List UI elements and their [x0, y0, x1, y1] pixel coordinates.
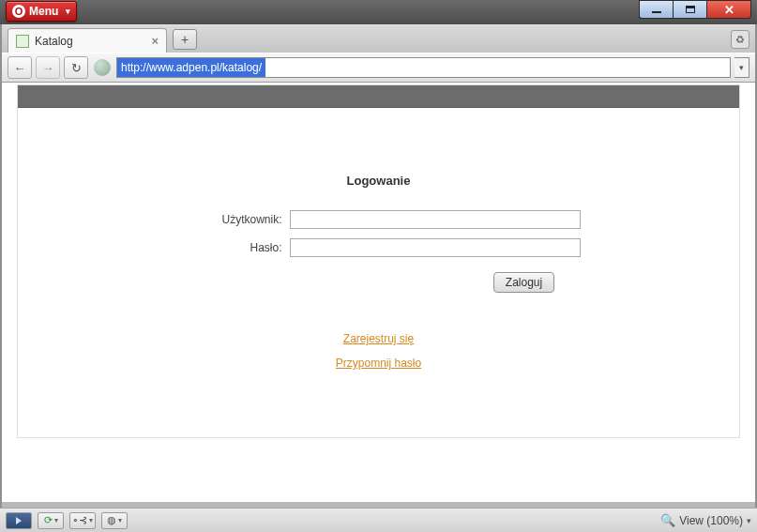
tab-katalog[interactable]: Katalog × — [8, 28, 167, 53]
window-titlebar: O Menu ▾ ✕ — [0, 0, 757, 24]
play-icon — [16, 517, 22, 524]
username-row: Użytkownik: — [18, 210, 739, 229]
password-label: Hasło: — [177, 241, 290, 254]
page-container: Logowanie Użytkownik: Hasło: Zaloguj Zar… — [17, 84, 740, 438]
sync-button[interactable]: ⟳▾ — [38, 512, 64, 529]
chevron-down-icon: ▾ — [89, 516, 93, 524]
share-icon: ∘⊰ — [72, 514, 87, 526]
plus-icon: + — [181, 32, 189, 47]
sync-icon: ⟳ — [44, 514, 53, 526]
login-form: Logowanie Użytkownik: Hasło: Zaloguj Zar… — [18, 108, 739, 437]
tab-strip: Katalog × + ♻ — [0, 24, 757, 53]
panel-toggle-button[interactable] — [6, 512, 32, 529]
chevron-down-icon: ▾ — [118, 516, 122, 524]
address-input[interactable]: http://www.adpen.pl/katalog/ — [116, 57, 731, 78]
page-viewport: Logowanie Użytkownik: Hasło: Zaloguj Zar… — [2, 83, 755, 502]
address-dropdown-button[interactable]: ▾ — [734, 57, 749, 78]
opera-menu-button[interactable]: O Menu ▾ — [6, 1, 77, 22]
arrow-left-icon: ← — [14, 61, 26, 75]
new-tab-button[interactable]: + — [173, 29, 197, 50]
magnifier-icon: 🔍 — [660, 513, 675, 527]
submit-row: Zaloguj — [18, 272, 739, 293]
extensions-button[interactable]: ◍▾ — [101, 512, 128, 529]
password-row: Hasło: — [18, 238, 739, 257]
password-input[interactable] — [290, 238, 581, 257]
zoom-label: View (100%) — [679, 514, 743, 527]
opera-logo-icon: O — [12, 5, 25, 18]
closed-tabs-button[interactable]: ♻ — [731, 30, 749, 49]
login-heading: Logowanie — [18, 174, 739, 188]
window-maximize-button[interactable] — [673, 0, 706, 19]
login-button[interactable]: Zaloguj — [493, 272, 554, 293]
site-identity-icon[interactable] — [92, 56, 113, 79]
username-label: Użytkownik: — [177, 213, 290, 226]
favicon-icon — [16, 35, 29, 48]
window-controls: ✕ — [639, 0, 751, 19]
globe-small-icon: ◍ — [107, 514, 116, 526]
recycle-icon: ♻ — [735, 34, 745, 46]
chevron-down-icon: ▾ — [747, 516, 751, 525]
back-button[interactable]: ← — [8, 56, 32, 79]
address-toolbar: ← → ↻ http://www.adpen.pl/katalog/ ▾ — [0, 53, 757, 83]
window-close-button[interactable]: ✕ — [706, 0, 751, 19]
chevron-down-icon: ▾ — [66, 7, 70, 16]
share-button[interactable]: ∘⊰▾ — [69, 512, 96, 529]
reload-icon: ↻ — [71, 61, 82, 75]
forward-button[interactable]: → — [36, 56, 60, 79]
chevron-down-icon: ▾ — [739, 63, 744, 72]
globe-icon — [94, 59, 111, 76]
status-bar: ⟳▾ ∘⊰▾ ◍▾ 🔍 View (100%) ▾ — [0, 508, 757, 532]
tab-label: Katalog — [35, 35, 73, 48]
menu-label: Menu — [29, 5, 58, 18]
zoom-control[interactable]: 🔍 View (100%) ▾ — [660, 513, 751, 527]
auth-links: Zarejestruj się Przypomnij hasło — [18, 332, 739, 370]
register-link[interactable]: Zarejestruj się — [18, 332, 739, 345]
reload-button[interactable]: ↻ — [64, 56, 88, 79]
remind-password-link[interactable]: Przypomnij hasło — [18, 357, 739, 370]
close-tab-icon[interactable]: × — [151, 34, 159, 48]
arrow-right-icon: → — [42, 61, 54, 75]
window-minimize-button[interactable] — [639, 0, 673, 19]
username-input[interactable] — [290, 210, 581, 229]
chevron-down-icon: ▾ — [54, 516, 58, 524]
page-header-bar — [18, 85, 739, 108]
address-text: http://www.adpen.pl/katalog/ — [117, 58, 265, 77]
